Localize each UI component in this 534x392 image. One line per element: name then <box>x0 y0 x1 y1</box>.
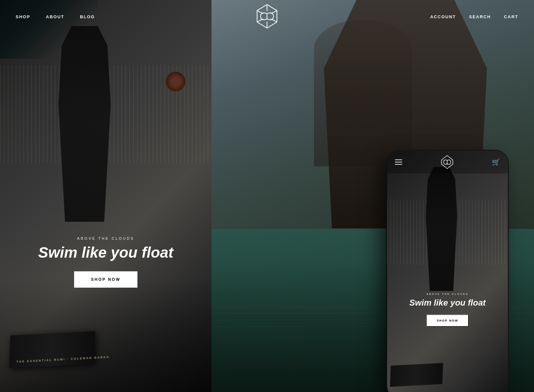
hamburger-line-1 <box>395 159 402 160</box>
phone-book-shape <box>390 363 443 387</box>
hero-headline: Swim like you float <box>0 244 212 261</box>
shop-now-button[interactable]: SHOP NOW <box>74 271 137 288</box>
phone-hero-text: ABOVE THE CLOUDS Swim like you float SHO… <box>387 293 508 327</box>
left-hero-text: ABOVE THE CLOUDS Swim like you float SHO… <box>0 236 212 288</box>
phone-eyebrow: ABOVE THE CLOUDS <box>387 293 508 295</box>
right-panel: 🛒 ABOVE THE CLOUDS Swim like you float S… <box>212 0 534 392</box>
hero-eyebrow: ABOVE THE CLOUDS <box>0 236 212 240</box>
phone-screen: 🛒 ABOVE THE CLOUDS Swim like you float S… <box>387 151 508 392</box>
hamburger-icon[interactable] <box>395 159 402 165</box>
hamburger-line-3 <box>395 164 402 165</box>
phone-cart-icon[interactable]: 🛒 <box>492 158 500 166</box>
nav-left: SHOP ABOUT BLOG <box>16 14 95 19</box>
logo-center[interactable] <box>254 3 280 31</box>
nav-cart[interactable]: CART <box>504 14 518 19</box>
phone-nav: 🛒 <box>387 151 508 173</box>
brush-shape <box>166 72 185 91</box>
phone-headline: Swim like you float <box>387 298 508 308</box>
left-panel: THE ESSENTIAL RUMI · COLEMAN BARKS ABOVE… <box>0 0 212 392</box>
nav-blog[interactable]: BLOG <box>80 14 95 19</box>
nav-search[interactable]: SEARCH <box>469 14 491 19</box>
nav-right: ACCOUNT SEARCH CART <box>430 14 518 19</box>
woman-silhouette <box>314 20 412 166</box>
phone-mockup: 🛒 ABOVE THE CLOUDS Swim like you float S… <box>387 151 508 392</box>
main-nav: SHOP ABOUT BLOG ACCOU <box>0 0 534 34</box>
nav-about[interactable]: ABOUT <box>46 14 64 19</box>
hero-container: THE ESSENTIAL RUMI · COLEMAN BARKS ABOVE… <box>0 0 534 392</box>
nav-shop[interactable]: SHOP <box>16 14 30 19</box>
phone-logo <box>439 154 455 170</box>
brand-logo <box>254 3 280 29</box>
hamburger-line-2 <box>395 162 402 162</box>
nav-account[interactable]: ACCOUNT <box>430 14 456 19</box>
phone-shop-now-button[interactable]: SHOP NOW <box>426 314 469 327</box>
